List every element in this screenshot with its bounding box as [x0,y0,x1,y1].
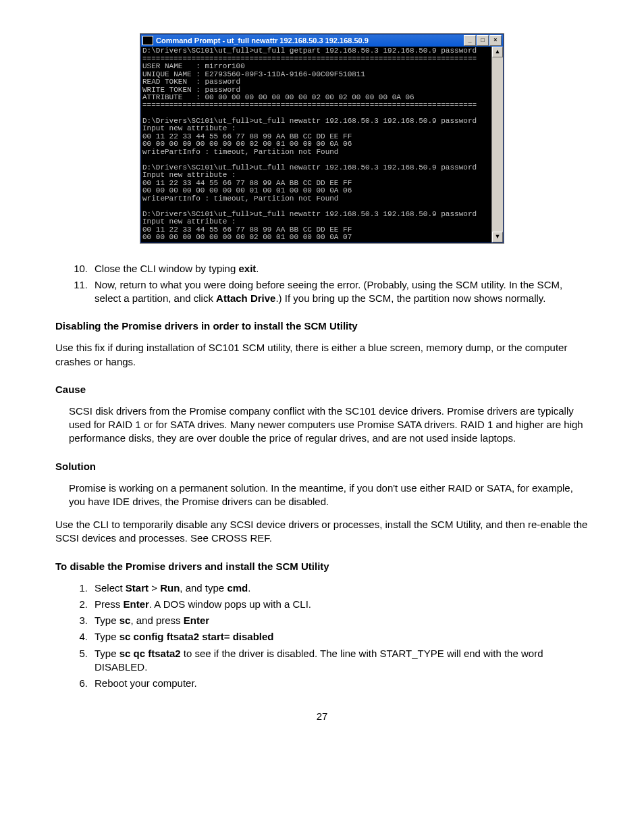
console-output: D:\Drivers\SC101\ut_full>ut_full getpart… [141,47,491,242]
text: . [256,263,259,274]
text: > [149,582,160,594]
text: Type [95,648,119,659]
bold: sc qc ftsata2 [119,648,181,659]
step-2: Press Enter. A DOS window pops up with a… [88,598,589,611]
text: , and type [180,582,227,594]
heading-to-disable: To disable the Promise drivers and insta… [55,561,589,572]
scroll-up-icon[interactable]: ▲ [492,47,503,57]
step-1: Select Start > Run, and type cmd. [88,581,589,595]
scroll-down-icon[interactable]: ▼ [492,232,503,242]
text: . [248,582,250,594]
text: Type [95,631,119,642]
bold: Attach Drive [216,292,275,304]
bold: exit [238,263,256,274]
heading-solution: Solution [55,461,589,472]
paragraph: Use this fix if during installation of S… [55,341,589,369]
minimize-button[interactable]: _ [464,35,476,46]
text: . A DOS window pops up with a CLI. [149,598,311,610]
paragraph-solution: Promise is working on a permanent soluti… [69,481,589,509]
maximize-button[interactable]: □ [477,35,489,46]
cmd-icon [142,36,153,45]
text: .) If you bring up the SCM, the partitio… [275,292,545,304]
text: Select [95,582,126,594]
scrollbar[interactable]: ▲ ▼ [491,47,503,242]
step-6: Reboot your computer. [88,677,589,690]
step-5: Type sc qc ftsata2 to see if the driver … [88,647,589,675]
bold: cmd [227,582,248,594]
window-title: Command Prompt - ut_full newattr 192.168… [156,36,369,45]
heading-cause: Cause [55,384,589,395]
page-number: 27 [55,710,589,722]
bold: sc config ftsata2 start= disabled [119,631,274,642]
text: Reboot your computer. [95,677,197,689]
titlebar[interactable]: Command Prompt - ut_full newattr 192.168… [141,34,503,47]
text: , and press [130,615,183,626]
steps-list-continued: Close the CLI window by typing exit. Now… [88,262,589,306]
close-button[interactable]: × [489,35,502,46]
text: Type [95,615,119,626]
steps-list-disable: Select Start > Run, and type cmd. Press … [88,581,589,691]
scroll-track[interactable] [492,57,503,232]
heading-disabling: Disabling the Promise drivers in order t… [55,320,589,332]
bold: Enter [184,615,209,626]
step-3: Type sc, and press Enter [88,614,589,627]
bold: Run [160,582,180,594]
step-4: Type sc config ftsata2 start= disabled [88,630,589,644]
command-prompt-window: Command Prompt - ut_full newattr 192.168… [140,34,504,243]
bold: Enter [124,598,149,610]
step-10: Close the CLI window by typing exit. [88,262,589,276]
text: Close the CLI window by typing [95,263,238,274]
bold: sc [119,615,131,626]
step-11: Now, return to what you were doing befor… [88,278,589,306]
paragraph: Use the CLI to temporarily disable any S… [55,518,589,546]
paragraph-cause: SCSI disk drivers from the Promise compa… [69,405,589,446]
text: Press [95,598,124,610]
bold: Start [126,582,149,594]
